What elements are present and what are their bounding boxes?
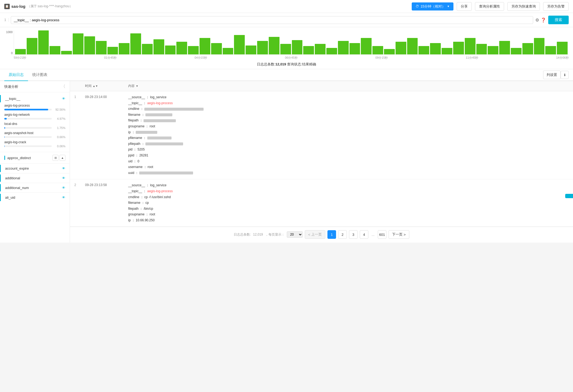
chart-bar-39 [465,38,476,54]
save-alert-button[interactable]: 另存为告警 [543,2,569,11]
topic-label-3: local-dns [4,122,65,126]
float-consult-button[interactable]: 咨询建议 [565,194,573,198]
x-label-5: 11分45秒 [466,56,478,60]
topic-bar-track-3 [4,127,52,129]
search-input[interactable] [11,16,533,24]
topic-label-2: aegis-log-network [4,113,65,117]
chart-bar-5 [73,33,83,54]
field-key-ppid-1: ppid [128,153,134,157]
chart-bar-31 [372,46,383,54]
topic-pct-4: 0.66% [53,135,65,139]
tab-raw-log[interactable]: 原始日志 [4,69,28,81]
entry-num-1: 1 [74,94,85,99]
summary-middle: 查询状态: [286,62,302,66]
field-pfilename-1: pfilename ： [128,135,569,141]
page-4-button[interactable]: 4 [360,230,368,239]
additional-eye-icon[interactable]: 👁 [62,176,65,180]
field-key-uuid-1: uuid [128,171,134,175]
approx-chart-icon[interactable]: ⊞ [53,155,58,161]
page-3-button[interactable]: 3 [349,230,358,239]
topic-value-2[interactable]: aegis-log-network 4.97% [0,112,70,121]
field-val-filepath-1 [144,119,176,122]
topic-value-5[interactable]: aegis-log-crack 0.06% [0,139,70,149]
field-username-1: username ： root [128,164,569,170]
download-button[interactable]: ⬇ [561,71,569,79]
topic-bar-fill-3 [4,127,5,129]
settings-icon[interactable]: ⚙ [535,18,539,23]
time-sort-icon[interactable]: ▲▼ [93,85,98,88]
app-subtitle: （属于 sas-log-****-hangzhou） [27,4,73,9]
chart-bar-19 [234,35,245,54]
tab-stat-chart[interactable]: 统计图表 [28,69,52,81]
account-expire-eye-icon[interactable]: 👁 [62,166,65,170]
topic-label-5: aegis-log-crack [4,140,65,144]
y-max-label: 1000 [4,30,13,34]
field-pfilepath-1: pfilepath ： [128,141,569,147]
topic-pct-5: 0.06% [53,145,65,148]
prev-label: 上一页 [311,232,322,237]
field-pid-1: pid ： 5205 [128,147,569,153]
field-val-filename-1 [145,113,172,116]
help-icon[interactable]: ❓ [541,18,546,23]
field-cmdline-1: cmdline ： [128,106,569,112]
chart-bar-16 [200,38,210,54]
summary-count: 12,019 [275,62,286,66]
chart-bar-4 [61,51,72,54]
content-header-label: 内容 [128,84,135,88]
chart-bar-46 [545,46,556,54]
page-1-button[interactable]: 1 [327,230,336,239]
additional-num-eye-icon[interactable]: 👁 [62,186,65,190]
time-picker-button[interactable]: ⏱ 15分钟（相对） ▼ [412,2,453,10]
next-page-button[interactable]: 下一页 > [389,230,409,239]
content-sort-icon[interactable]: ▼ [136,85,138,88]
prev-page-button[interactable]: < 上一页 [305,230,326,239]
chart-bar-38 [453,42,464,54]
chart-summary: 日志总条数:12,019 查询状态:结果精确 [4,62,569,67]
col-content-header[interactable]: 内容 ▼ [128,84,569,88]
chart-bar-24 [292,40,303,54]
colon-2: ： [143,101,146,105]
chart-bar-25 [303,46,314,54]
page-601-button[interactable]: 601 [378,230,386,239]
y-min-label: 0 [4,51,13,55]
topic-bar-track-1 [4,109,52,110]
field-val-pid-1: 5205 [138,148,145,151]
approx-sort-icon[interactable]: ▲ [60,155,65,161]
panel-collapse-button[interactable]: 〈 [61,84,65,89]
field-key-topic-2: __topic__ [128,189,142,193]
summary-prefix: 日志总条数: [257,62,275,66]
share-button[interactable]: 分享 [457,2,472,11]
additional-num-label: additional_num [5,186,60,190]
col-time-header[interactable]: 时间 ▲▼ [85,84,128,88]
save-query-button[interactable]: 另存为快速查询 [507,2,540,11]
topic-pct-3: 1.75% [53,126,65,130]
topic-value-1[interactable]: aegis-log-process 92.56% [0,103,70,112]
chart-bar-1 [27,38,37,54]
approx-field-name: approx_distinct [7,156,50,160]
page-size-select[interactable]: 20 50 100 [287,231,303,238]
chart-bar-45 [534,38,545,54]
field-val-groupname-1: root [149,124,155,128]
topic-bar-track-5 [4,145,52,147]
topic-value-4[interactable]: aegis-snapshot-host 0.66% [0,130,70,139]
chart-bar-36 [430,43,441,54]
field-key-topic-1: __topic__ [128,101,142,105]
chart-bar-12 [153,39,164,54]
topic-bar-track-4 [4,136,52,138]
time-header-label: 时间 [85,84,92,88]
topic-label-4: aegis-snapshot-host [4,131,65,135]
field-ip-2: ip ： 10.66.90.250 [128,218,569,223]
topic-bar-row-3: 1.75% [4,126,65,130]
field-groupname-2: groupname ： root [128,212,569,218]
page-2-button[interactable]: 2 [338,230,347,239]
topic-eye-icon[interactable]: 👁 [62,97,65,101]
x-label-2: 04分15秒 [195,56,207,60]
query-attr-button[interactable]: 查询分析属性 [475,2,504,11]
field-ali-uid: ali_uid 👁 [0,194,70,201]
next-icon: > [404,233,406,237]
chart-bar-3 [50,46,60,54]
col-settings-button[interactable]: 列设置 [543,71,561,79]
search-button[interactable]: 搜索 [548,16,569,24]
ali-uid-eye-icon[interactable]: 👁 [62,195,65,200]
topic-value-3[interactable]: local-dns 1.75% [0,121,70,130]
